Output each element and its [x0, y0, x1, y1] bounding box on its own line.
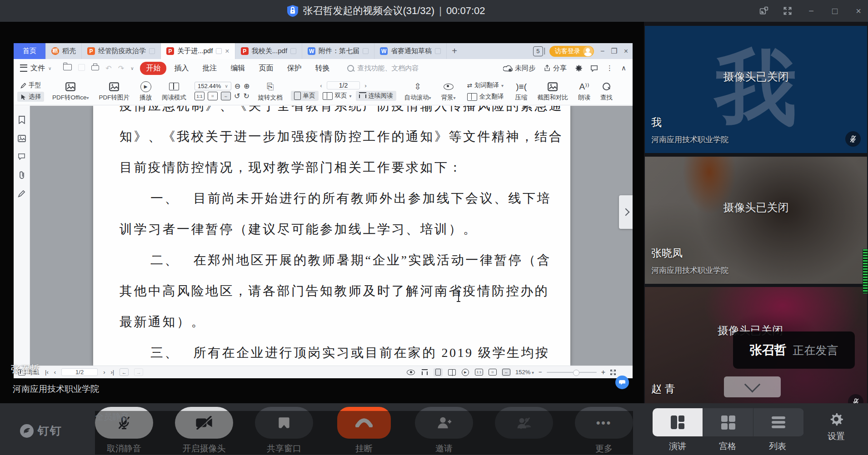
file-menu[interactable]: 文件∨ — [14, 64, 57, 73]
view-speaker-button[interactable] — [653, 408, 703, 436]
zoom-out-icon[interactable]: − — [539, 369, 542, 376]
zoom-out-icon[interactable]: ⊖ — [234, 82, 240, 90]
mute-all-button[interactable]: 全员静音 — [495, 407, 553, 455]
last-page-icon[interactable]: ›| — [110, 369, 114, 376]
menu-edit[interactable]: 编辑 — [224, 62, 251, 75]
full-translate-button[interactable]: 全文翻译 — [464, 92, 507, 102]
play-view-icon[interactable]: ▶ — [461, 368, 470, 376]
share-button[interactable]: 分享 — [544, 64, 567, 73]
fit-width-icon[interactable]: ⇔ — [502, 368, 511, 376]
double-page-view-icon[interactable] — [447, 368, 456, 376]
print-icon[interactable] — [91, 64, 99, 72]
rotate-doc-button[interactable]: ⎘旋转文档 — [256, 80, 284, 103]
feedback-bubble-icon[interactable] — [590, 65, 598, 72]
fit-width-button[interactable]: ⇔ — [221, 92, 231, 100]
single-page-view-icon[interactable] — [434, 368, 443, 376]
comment-bubble-icon[interactable] — [18, 153, 25, 160]
zoom-slider[interactable] — [547, 372, 597, 373]
actual-size-button[interactable]: 1:1 — [195, 92, 205, 100]
close-button[interactable]: × — [853, 5, 864, 17]
snapshot-compare-button[interactable]: 截图和对比 — [536, 80, 570, 103]
close-tab-icon[interactable]: × — [225, 47, 229, 55]
rotate-right-icon[interactable]: ↻ — [243, 92, 249, 100]
page-indicator[interactable]: 1/2 — [327, 81, 360, 89]
zoom-in-icon[interactable]: + — [601, 368, 605, 376]
next-page-icon[interactable]: › — [364, 82, 367, 89]
participant-tile-3[interactable]: 摄像头已关闭 赵 青 张召哲 正在发言 — [645, 287, 867, 403]
play-button[interactable]: ▶播放 — [138, 80, 154, 103]
save-icon[interactable] — [78, 64, 85, 73]
menu-protect[interactable]: 保护 — [281, 62, 307, 75]
zoom-slider-knob[interactable] — [573, 370, 579, 376]
wps-close-button[interactable]: × — [624, 47, 628, 55]
view-grid-button[interactable] — [703, 408, 753, 436]
menu-insert[interactable]: 插入 — [168, 62, 195, 75]
hand-tool-button[interactable]: 手型 — [17, 80, 44, 90]
tab-docer[interactable]: 稻稻壳 — [46, 43, 82, 59]
open-file-icon[interactable] — [63, 64, 72, 72]
tab-pdf-2[interactable]: P我校关...pdf — [235, 43, 302, 59]
pop-out-window-icon[interactable] — [758, 5, 770, 17]
pdf-to-office-button[interactable]: PDF转Office▾ — [50, 80, 91, 103]
auto-scroll-button[interactable]: ⇳自动滚动▾ — [403, 80, 433, 103]
guest-login-button[interactable]: 访客登录 — [549, 46, 594, 57]
read-mode-button[interactable]: 阅读模式 — [160, 80, 188, 103]
tab-active-pdf[interactable]: P关于进...pdf× — [161, 43, 235, 59]
command-search[interactable]: 查找功能、文档内容 — [347, 64, 419, 73]
maximize-button[interactable]: □ — [829, 5, 841, 17]
status-page-indicator[interactable]: 1/2 — [61, 368, 98, 376]
pin-tab-icon[interactable] — [363, 48, 369, 54]
prev-page-icon[interactable]: ‹ — [320, 82, 322, 89]
participant-tile-2[interactable]: 摄像头已关闭 张晓凤 河南应用技术职业学院 — [645, 157, 867, 284]
wps-restore-button[interactable]: ❐ — [611, 47, 617, 55]
pdf-to-image-button[interactable]: PDF转图片 — [97, 80, 132, 103]
status-zoom-dropdown[interactable]: 152% ▾ — [515, 369, 534, 376]
menu-start[interactable]: 开始 — [140, 62, 166, 75]
continuous-view-icon[interactable] — [420, 368, 429, 376]
zoom-in-icon[interactable]: ⊕ — [244, 82, 249, 90]
new-tab-button[interactable]: + — [447, 43, 462, 59]
quick-access-more-icon[interactable]: ∨ — [130, 66, 134, 71]
select-tool-button[interactable]: 选择 — [17, 92, 44, 102]
signature-pen-icon[interactable] — [18, 190, 25, 198]
settings-gear-icon[interactable] — [575, 64, 582, 72]
fit-page-button[interactable]: ⌗ — [208, 92, 218, 100]
next-page-flyout-button[interactable] — [619, 195, 633, 229]
background-button[interactable]: 背景▾ — [439, 80, 458, 103]
participant-tile-self[interactable]: 我 摄像头已关闭 我 河南应用技术职业学院 — [645, 26, 867, 153]
collapse-ribbon-icon[interactable]: ∧ — [621, 64, 626, 72]
double-page-button[interactable]: 双页▾ — [319, 91, 355, 101]
pin-tab-icon[interactable] — [216, 48, 222, 54]
pin-tab-icon[interactable] — [435, 48, 441, 54]
compress-button[interactable]: )≡(压缩 — [514, 80, 529, 103]
rotate-left-icon[interactable]: ↺ — [234, 92, 240, 100]
eye-protect-icon[interactable] — [406, 368, 415, 376]
fullscreen-reading-icon[interactable] — [610, 369, 616, 376]
wps-minimize-button[interactable]: − — [600, 47, 604, 55]
word-translate-button[interactable]: ⇄划词翻译▾ — [464, 80, 507, 90]
continuous-read-button[interactable]: 连续阅读 — [356, 91, 396, 101]
zoom-value-dropdown[interactable]: 152.44%∨ — [195, 82, 231, 90]
tab-count-badge[interactable]: 5 — [533, 46, 543, 56]
menu-comment[interactable]: 批注 — [196, 62, 223, 75]
cloud-sync-status[interactable]: 未同步 — [503, 64, 535, 73]
pin-tab-icon[interactable] — [290, 48, 296, 54]
more-menu-icon[interactable]: ⋮ — [606, 64, 613, 72]
view-list-button[interactable] — [753, 408, 804, 436]
export-image-icon[interactable] — [18, 135, 26, 142]
menu-page[interactable]: 页面 — [253, 62, 279, 75]
menu-convert[interactable]: 转换 — [309, 62, 335, 75]
find-button[interactable]: 查找 — [599, 80, 614, 103]
tab-home[interactable]: 首页 — [14, 43, 46, 59]
actual-size-icon[interactable]: 1:1 — [474, 368, 484, 376]
undo-icon[interactable]: ↶ — [105, 64, 111, 73]
redo-icon[interactable]: ↷ — [118, 64, 124, 73]
first-page-icon[interactable]: |‹ — [45, 369, 49, 376]
attachment-clip-icon[interactable] — [18, 171, 25, 179]
dingtalk-assistant-bubble[interactable] — [615, 376, 629, 389]
bookmark-icon[interactable] — [19, 116, 25, 124]
fit-page-icon[interactable]: ⌗ — [488, 368, 497, 376]
prev-page-icon[interactable]: ‹ — [54, 369, 56, 376]
single-page-button[interactable]: 单页 — [291, 91, 319, 101]
collapse-participants-button[interactable] — [724, 376, 781, 397]
